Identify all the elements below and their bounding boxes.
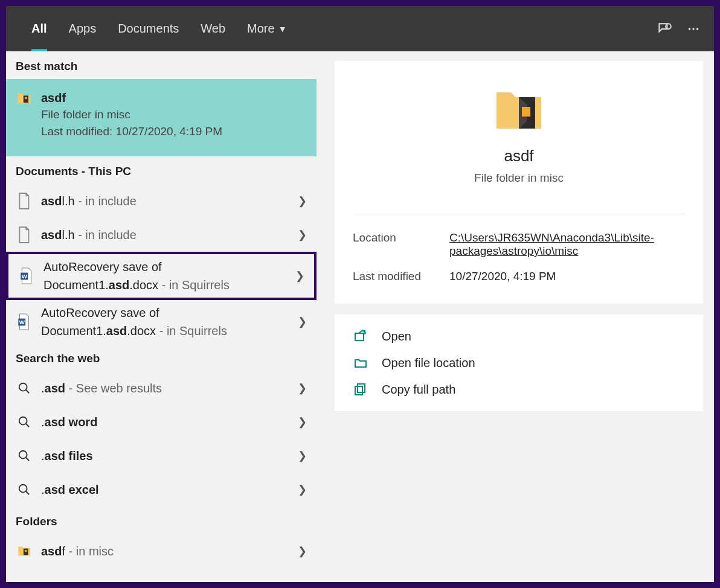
- web-result[interactable]: .asd - See web results ❯: [6, 371, 317, 405]
- folder-icon: [16, 542, 33, 561]
- svg-point-10: [19, 383, 27, 391]
- document-result[interactable]: asdl.h - in include ❯: [6, 218, 317, 252]
- section-header-folders: Folders: [6, 507, 317, 534]
- preview-panel: asdf File folder in misc Location C:\Use…: [317, 51, 714, 582]
- svg-rect-15: [25, 550, 27, 552]
- more-options-icon[interactable]: [679, 14, 708, 43]
- chevron-right-icon[interactable]: ❯: [295, 483, 309, 496]
- svg-text:W: W: [22, 273, 28, 280]
- search-icon: [16, 412, 33, 432]
- tab-more[interactable]: More ▼: [236, 6, 297, 51]
- chevron-down-icon: ▼: [278, 24, 287, 34]
- action-copy-path[interactable]: Copy full path: [347, 376, 691, 403]
- svg-point-13: [19, 485, 27, 493]
- web-result[interactable]: .asd files ❯: [6, 439, 317, 473]
- svg-text:W: W: [19, 319, 25, 325]
- best-match-result[interactable]: asdf File folder in misc Last modified: …: [6, 79, 317, 156]
- preview-card: asdf File folder in misc Location C:\Use…: [335, 61, 703, 304]
- word-file-icon: W: [18, 266, 35, 286]
- word-file-icon: W: [16, 312, 33, 331]
- modified-value: 10/27/2020, 4:19 PM: [449, 270, 685, 283]
- results-panel: Best match asdf File folder in misc Last…: [6, 51, 317, 582]
- search-icon: [16, 446, 33, 465]
- svg-point-3: [696, 28, 698, 30]
- svg-rect-17: [355, 333, 364, 340]
- chevron-right-icon[interactable]: ❯: [295, 315, 309, 328]
- tab-all[interactable]: All: [21, 6, 58, 51]
- search-icon: [16, 480, 33, 499]
- document-result[interactable]: asdl.h - in include ❯: [6, 184, 317, 218]
- file-icon: [16, 225, 33, 244]
- open-icon: [353, 329, 368, 344]
- best-match-title: asdf: [41, 91, 66, 104]
- chevron-right-icon[interactable]: ❯: [295, 228, 309, 241]
- svg-rect-18: [358, 384, 365, 392]
- tab-apps[interactable]: Apps: [58, 6, 108, 51]
- chevron-right-icon[interactable]: ❯: [295, 415, 309, 429]
- preview-title: asdf: [353, 147, 685, 165]
- folder-open-icon: [353, 356, 368, 370]
- document-result[interactable]: W AutoRecovery save of Document1.asd.doc…: [6, 300, 317, 344]
- section-header-web: Search the web: [6, 344, 317, 371]
- svg-rect-5: [25, 97, 27, 100]
- action-list: Open Open file location Copy full path: [335, 315, 703, 411]
- tab-web[interactable]: Web: [190, 6, 236, 51]
- modified-label: Last modified: [353, 270, 449, 283]
- web-result[interactable]: .asd excel ❯: [6, 473, 317, 507]
- svg-rect-14: [24, 549, 28, 555]
- folder-icon: [16, 89, 33, 108]
- divider: [353, 214, 685, 214]
- svg-rect-16: [522, 107, 530, 117]
- best-match-modified: Last modified: 10/27/2020, 4:19 PM: [41, 125, 309, 138]
- search-window: All Apps Documents Web More ▼ Best match: [6, 6, 714, 582]
- chevron-right-icon[interactable]: ❯: [295, 194, 309, 208]
- chevron-right-icon[interactable]: ❯: [292, 269, 307, 283]
- best-match-desc: File folder in misc: [41, 108, 309, 121]
- folder-icon-large: [353, 85, 685, 136]
- svg-point-1: [689, 28, 690, 30]
- web-result[interactable]: .asd word ❯: [6, 405, 317, 439]
- preview-subtitle: File folder in misc: [353, 171, 685, 185]
- folder-result[interactable]: asdf - in misc ❯: [6, 534, 317, 568]
- section-header-documents: Documents - This PC: [6, 156, 317, 184]
- svg-point-2: [692, 28, 694, 30]
- location-label: Location: [353, 231, 449, 258]
- action-open-location[interactable]: Open file location: [347, 350, 691, 376]
- svg-point-12: [19, 451, 27, 459]
- section-header-best-match: Best match: [6, 51, 317, 79]
- chevron-right-icon[interactable]: ❯: [295, 449, 309, 462]
- svg-point-11: [19, 417, 27, 425]
- chevron-right-icon[interactable]: ❯: [295, 382, 309, 395]
- copy-icon: [353, 382, 368, 397]
- search-tabbar: All Apps Documents Web More ▼: [6, 6, 714, 51]
- search-icon: [16, 379, 33, 398]
- location-value[interactable]: C:\Users\JR635WN\Anaconda3\Lib\site-pack…: [449, 231, 685, 258]
- tab-documents[interactable]: Documents: [107, 6, 190, 51]
- action-open[interactable]: Open: [347, 323, 691, 350]
- feedback-icon[interactable]: [650, 14, 679, 43]
- file-icon: [16, 191, 33, 211]
- chevron-right-icon[interactable]: ❯: [295, 545, 309, 558]
- svg-rect-19: [355, 386, 362, 395]
- document-result-selected[interactable]: W AutoRecovery save of Document1.asd.doc…: [6, 252, 317, 300]
